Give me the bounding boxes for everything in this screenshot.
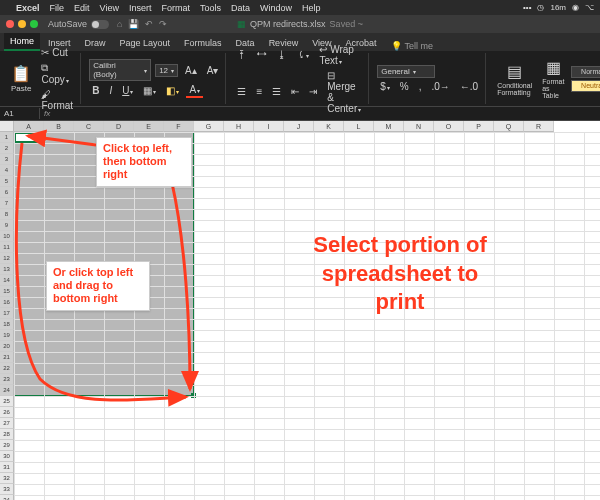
row-header-10[interactable]: 10 (0, 231, 14, 242)
col-header-P[interactable]: P (464, 121, 494, 132)
menu-insert[interactable]: Insert (129, 3, 152, 13)
row-header-9[interactable]: 9 (0, 220, 14, 231)
col-header-Q[interactable]: Q (494, 121, 524, 132)
indent-dec-icon[interactable]: ⇤ (288, 85, 302, 98)
save-icon[interactable]: 💾 (128, 19, 139, 29)
row-header-3[interactable]: 3 (0, 154, 14, 165)
align-middle-icon[interactable]: ⭤ (254, 48, 270, 61)
row-header-21[interactable]: 21 (0, 352, 14, 363)
cell-style-normal[interactable]: Normal (571, 66, 600, 78)
row-header-8[interactable]: 8 (0, 209, 14, 220)
col-header-O[interactable]: O (434, 121, 464, 132)
menu-data[interactable]: Data (231, 3, 250, 13)
border-button[interactable]: ▦▾ (140, 84, 159, 97)
row-header-30[interactable]: 30 (0, 451, 14, 462)
currency-icon[interactable]: $▾ (377, 80, 393, 93)
menu-help[interactable]: Help (302, 3, 321, 13)
autosave-toggle[interactable] (91, 20, 109, 29)
row-header-20[interactable]: 20 (0, 341, 14, 352)
increase-decimal-icon[interactable]: .0→ (429, 80, 453, 93)
row-header-11[interactable]: 11 (0, 242, 14, 253)
row-header-17[interactable]: 17 (0, 308, 14, 319)
wrap-text-button[interactable]: ↩ Wrap Text▾ (316, 43, 364, 67)
app-name[interactable]: Excel (16, 3, 40, 13)
col-header-H[interactable]: H (224, 121, 254, 132)
align-left-icon[interactable]: ☰ (234, 85, 249, 98)
select-all-corner[interactable] (0, 121, 14, 132)
row-header-14[interactable]: 14 (0, 275, 14, 286)
row-header-12[interactable]: 12 (0, 253, 14, 264)
home-icon[interactable]: ⌂ (117, 19, 122, 29)
row-header-1[interactable]: 1 (0, 132, 14, 143)
name-box[interactable]: A1 (0, 108, 40, 119)
italic-button[interactable]: I (106, 84, 115, 97)
align-bottom-icon[interactable]: ⭳ (274, 48, 290, 61)
col-header-C[interactable]: C (74, 121, 104, 132)
bold-button[interactable]: B (89, 84, 102, 97)
menu-file[interactable]: File (50, 3, 65, 13)
increase-font-icon[interactable]: A▴ (182, 64, 200, 77)
format-painter-button[interactable]: 🖌 Format (38, 88, 76, 112)
row-header-33[interactable]: 33 (0, 484, 14, 495)
row-header-25[interactable]: 25 (0, 396, 14, 407)
redo-icon[interactable]: ↷ (159, 19, 167, 29)
decrease-font-icon[interactable]: A▾ (204, 64, 222, 77)
cell-style-neutral[interactable]: Neutral (571, 80, 600, 92)
spreadsheet-grid[interactable]: ABCDEFGHIJKLMNOPQR 123456789101112131415… (0, 121, 600, 500)
menu-edit[interactable]: Edit (74, 3, 90, 13)
percent-icon[interactable]: % (397, 80, 412, 93)
row-header-5[interactable]: 5 (0, 176, 14, 187)
comma-icon[interactable]: , (416, 80, 425, 93)
merge-button[interactable]: ⊟ Merge & Center▾ (324, 69, 364, 115)
row-header-15[interactable]: 15 (0, 286, 14, 297)
col-header-N[interactable]: N (404, 121, 434, 132)
col-header-R[interactable]: R (524, 121, 554, 132)
col-header-F[interactable]: F (164, 121, 194, 132)
row-header-6[interactable]: 6 (0, 187, 14, 198)
row-header-31[interactable]: 31 (0, 462, 14, 473)
row-header-18[interactable]: 18 (0, 319, 14, 330)
row-header-7[interactable]: 7 (0, 198, 14, 209)
control-center-icon[interactable]: ⌥ (585, 3, 594, 12)
col-header-D[interactable]: D (104, 121, 134, 132)
cut-button[interactable]: ✂ Cut (38, 46, 76, 59)
align-right-icon[interactable]: ☰ (269, 85, 284, 98)
align-center-icon[interactable]: ≡ (253, 85, 265, 98)
row-header-26[interactable]: 26 (0, 407, 14, 418)
col-header-G[interactable]: G (194, 121, 224, 132)
row-header-27[interactable]: 27 (0, 418, 14, 429)
col-header-M[interactable]: M (374, 121, 404, 132)
row-header-23[interactable]: 23 (0, 374, 14, 385)
menu-tools[interactable]: Tools (200, 3, 221, 13)
col-header-K[interactable]: K (314, 121, 344, 132)
row-header-32[interactable]: 32 (0, 473, 14, 484)
close-icon[interactable] (6, 20, 14, 28)
row-header-34[interactable]: 34 (0, 495, 14, 500)
orientation-icon[interactable]: ⤹▾ (294, 48, 312, 61)
menu-window[interactable]: Window (260, 3, 292, 13)
col-header-J[interactable]: J (284, 121, 314, 132)
decrease-decimal-icon[interactable]: ←.0 (457, 80, 481, 93)
row-header-4[interactable]: 4 (0, 165, 14, 176)
tab-formulas[interactable]: Formulas (178, 35, 228, 51)
col-header-I[interactable]: I (254, 121, 284, 132)
menu-view[interactable]: View (100, 3, 119, 13)
font-name-select[interactable]: Calibri (Body)▾ (89, 59, 151, 81)
number-format-select[interactable]: General▾ (377, 65, 435, 78)
align-top-icon[interactable]: ⭱ (234, 48, 250, 61)
font-color-button[interactable]: A▾ (186, 83, 203, 98)
font-size-select[interactable]: 12▾ (155, 64, 178, 77)
col-header-B[interactable]: B (44, 121, 74, 132)
row-header-16[interactable]: 16 (0, 297, 14, 308)
copy-button[interactable]: ⧉ Copy▾ (38, 61, 76, 86)
tab-draw[interactable]: Draw (79, 35, 112, 51)
document-name[interactable]: QPM redirects.xlsx (250, 19, 326, 29)
row-header-22[interactable]: 22 (0, 363, 14, 374)
row-header-2[interactable]: 2 (0, 143, 14, 154)
format-as-table-button[interactable]: ▦ Format as Table (539, 56, 567, 101)
row-header-28[interactable]: 28 (0, 429, 14, 440)
conditional-formatting-button[interactable]: ▤ Conditional Formatting (494, 60, 535, 98)
zoom-icon[interactable] (30, 20, 38, 28)
row-header-29[interactable]: 29 (0, 440, 14, 451)
fx-icon[interactable]: fx (40, 109, 54, 118)
